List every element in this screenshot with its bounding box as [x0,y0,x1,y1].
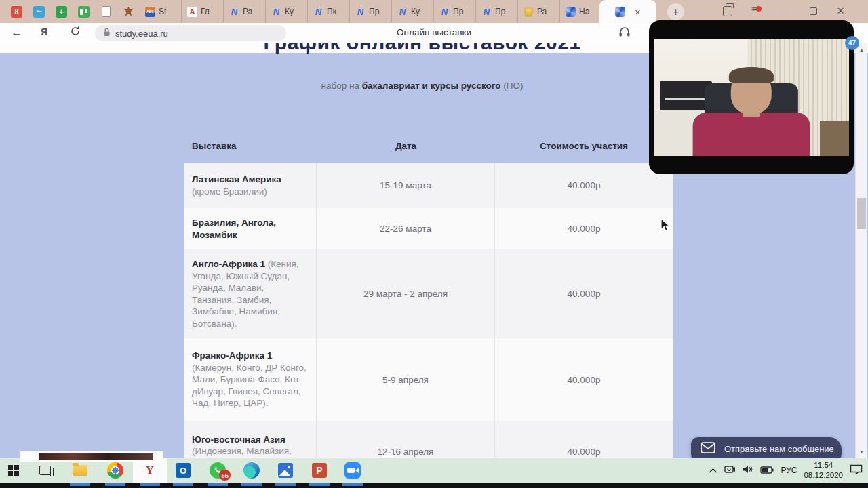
pinned-tab-icon [102,6,111,17]
window-close-button[interactable]: × [837,3,844,18]
pinned-tab-icon [123,6,134,18]
price-cell: 40.000р [495,163,673,208]
exhibition-cell: Латинская Америка (кроме Бразилии) [184,163,317,208]
photos-icon[interactable] [276,461,295,480]
tab-label: St [159,7,172,16]
tab-label: На [579,7,593,16]
scrollbar-thumb[interactable] [857,198,866,229]
browser-tab[interactable]: Пр [476,0,518,23]
tab-favicon [481,7,492,17]
price-cell: 40.000р [495,421,673,458]
tab-close-icon[interactable]: × [635,7,641,17]
pinned-tab-icon [78,6,90,18]
table-row: Юго-восточная Азия (Индонезия, Малайзия,… [184,421,673,458]
browser-tab[interactable]: Пр [434,0,476,23]
file-explorer-icon[interactable] [71,461,90,480]
tab-label: Гл [201,7,214,16]
whatsapp-icon[interactable]: 55 [208,461,227,480]
envelope-icon [701,442,715,456]
tab-favicon [397,7,408,17]
clock-time: 11:54 [814,461,833,469]
battery-icon[interactable] [760,464,774,476]
sidebar-panel-icon[interactable]: ≡ [751,4,757,16]
browser-tab[interactable]: На [560,0,602,23]
pinned-tab[interactable] [117,2,140,21]
browser-tab[interactable]: Ку [392,0,434,23]
new-tab-button[interactable]: + [667,3,684,20]
column-header-exhibition: Выставка [184,141,317,163]
pinned-tab-icon [33,6,45,18]
table-header: Выставка Дата Стоимость участия [184,141,673,163]
browser-tab[interactable]: Ра [224,0,266,23]
tab-favicon [187,7,197,17]
system-tray: РУС 11:54 08.12.2020 [709,458,863,483]
webcam-overlay[interactable] [649,20,854,174]
action-center-icon[interactable] [850,464,863,477]
active-tab-favicon [615,7,625,17]
window-maximize-button[interactable] [810,7,817,15]
pinned-tab[interactable] [73,2,95,21]
task-view-icon[interactable] [35,461,54,480]
video-preview-thumbnail [39,453,153,460]
clock-date: 08.12.2020 [804,471,843,479]
tab-favicon [524,7,534,17]
edge-icon[interactable] [242,461,261,480]
scroll-down-arrow[interactable]: ▼ [856,449,867,454]
tab-favicon [313,7,323,17]
pinned-tab[interactable] [95,2,117,21]
exhibition-cell: Англо-Африка 1 (Кения, Уганда, Южный Суд… [184,249,317,338]
browser-tab[interactable]: Пк [308,0,350,23]
exhibition-cell: Бразилия, Ангола, Мозамбик [184,208,317,249]
chrome-icon[interactable] [106,461,125,480]
zoom-icon[interactable] [343,461,362,480]
date-cell: 22-26 марта [317,208,495,249]
pinned-tab[interactable] [50,2,73,21]
browser-tab[interactable]: Пр [350,0,392,23]
table-row: Англо-Африка 1 (Кения, Уганда, Южный Суд… [184,249,673,338]
notification-count-badge[interactable]: 47 [845,36,859,50]
column-header-date: Дата [317,141,495,163]
browser-tab[interactable]: Ра [518,0,560,23]
desktop: St Гл Ра Ку Пк [0,0,868,488]
chat-widget-label: Отправьте нам сообщение [724,444,834,454]
tab-favicon [229,7,239,17]
camera-icon[interactable] [724,464,736,476]
tray-chevron-icon[interactable] [709,464,717,476]
tab-label: Ку [285,7,298,16]
tab-label: Пк [327,7,340,16]
yandex-browser-icon[interactable]: Y [140,461,159,480]
browser-tab[interactable]: St [140,0,182,23]
browser-tab-bar: St Гл Ра Ку Пк [0,0,868,23]
collections-icon[interactable] [723,6,732,16]
active-tab[interactable]: × [599,0,656,23]
window-minimize-button[interactable]: – [781,5,787,16]
date-cell: 5-9 апреля [317,338,495,421]
presenter-hair [729,67,774,83]
date-cell: 29 марта - 2 апреля [317,249,495,338]
price-cell: 40.000р [495,249,673,338]
browser-tab[interactable]: Ку [266,0,308,23]
tab-label: Ра [537,7,551,16]
browser-tab[interactable]: Гл [182,0,224,23]
windows-start-button[interactable] [4,461,23,480]
pinned-tab-icon [11,6,22,18]
chat-widget-button[interactable]: Отправьте нам сообщение [691,437,842,461]
table-row: Франко-Африка 1 (Камерун, Конго, ДР Конг… [184,338,673,421]
language-indicator[interactable]: РУС [781,466,797,475]
tab-label: Ра [243,7,256,16]
page-scrollbar[interactable]: ▲ ▼ [855,43,867,458]
mouse-cursor [660,218,671,236]
outlook-icon[interactable] [174,461,193,480]
headphones-icon[interactable] [618,26,631,40]
exhibition-cell: Юго-восточная Азия (Индонезия, Малайзия,… [184,421,317,458]
powerpoint-icon[interactable]: P [310,461,329,480]
pinned-tab[interactable] [28,2,50,21]
date-cell: 12-16 апреля [317,421,495,458]
speaker-icon[interactable] [743,464,753,476]
clock[interactable]: 11:54 08.12.2020 [804,460,843,481]
scroll-up-arrow[interactable]: ▲ [856,47,867,52]
video-preview-sliver[interactable] [20,451,163,462]
pinned-tab[interactable] [5,2,28,21]
column-header-price: Стоимость участия [495,141,673,163]
tab-list: St Гл Ра Ку Пк [140,0,602,23]
